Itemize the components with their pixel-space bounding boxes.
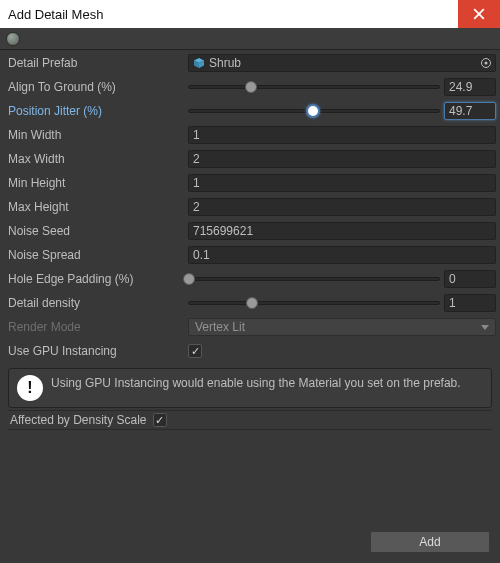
row-render-mode: Render Mode Vertex Lit <box>4 316 496 338</box>
label-position-jitter: Position Jitter (%) <box>4 104 188 118</box>
align-to-ground-slider[interactable] <box>188 78 440 96</box>
max-height-input[interactable]: 2 <box>188 198 496 216</box>
label-min-width: Min Width <box>4 128 188 142</box>
position-jitter-input[interactable]: 49.7 <box>444 102 496 120</box>
label-align-to-ground: Align To Ground (%) <box>4 80 188 94</box>
detail-density-slider[interactable] <box>188 294 440 312</box>
add-button[interactable]: Add <box>370 531 490 553</box>
label-render-mode: Render Mode <box>4 320 188 334</box>
hole-edge-padding-slider[interactable] <box>188 270 440 288</box>
chevron-down-icon <box>481 325 489 330</box>
max-width-input[interactable]: 2 <box>188 150 496 168</box>
row-min-height: Min Height 1 <box>4 172 496 194</box>
row-detail-prefab: Detail Prefab Shrub <box>4 52 496 74</box>
label-hole-edge-padding: Hole Edge Padding (%) <box>4 272 188 286</box>
detail-prefab-value: Shrub <box>209 56 241 70</box>
row-position-jitter: Position Jitter (%) 49.7 <box>4 100 496 122</box>
row-max-height: Max Height 2 <box>4 196 496 218</box>
min-width-input[interactable]: 1 <box>188 126 496 144</box>
title-bar: Add Detail Mesh <box>0 0 500 28</box>
row-noise-spread: Noise Spread 0.1 <box>4 244 496 266</box>
noise-spread-input[interactable]: 0.1 <box>188 246 496 264</box>
info-text: Using GPU Instancing would enable using … <box>51 375 461 391</box>
label-max-height: Max Height <box>4 200 188 214</box>
properties-panel: Detail Prefab Shrub Align To Ground (%) … <box>0 52 500 434</box>
row-hole-edge-padding: Hole Edge Padding (%) 0 <box>4 268 496 290</box>
align-to-ground-input[interactable]: 24.9 <box>444 78 496 96</box>
detail-density-input[interactable]: 1 <box>444 294 496 312</box>
material-preview-icon[interactable] <box>6 32 20 46</box>
use-gpu-instancing-checkbox[interactable] <box>188 344 202 358</box>
window-title: Add Detail Mesh <box>8 7 103 22</box>
label-use-gpu-instancing: Use GPU Instancing <box>4 344 188 358</box>
row-align-to-ground: Align To Ground (%) 24.9 <box>4 76 496 98</box>
info-box: ! Using GPU Instancing would enable usin… <box>8 368 492 408</box>
row-use-gpu-instancing: Use GPU Instancing <box>4 340 496 362</box>
prefab-cube-icon <box>193 57 205 69</box>
row-min-width: Min Width 1 <box>4 124 496 146</box>
detail-prefab-field[interactable]: Shrub <box>188 54 496 72</box>
info-icon: ! <box>17 375 43 401</box>
row-noise-seed: Noise Seed 715699621 <box>4 220 496 242</box>
row-detail-density: Detail density 1 <box>4 292 496 314</box>
min-height-input[interactable]: 1 <box>188 174 496 192</box>
label-max-width: Max Width <box>4 152 188 166</box>
render-mode-dropdown[interactable]: Vertex Lit <box>188 318 496 336</box>
label-affected-by-density: Affected by Density Scale <box>10 413 147 427</box>
row-affected-by-density: Affected by Density Scale <box>8 410 492 430</box>
object-picker-button[interactable] <box>479 56 493 70</box>
row-max-width: Max Width 2 <box>4 148 496 170</box>
label-noise-spread: Noise Spread <box>4 248 188 262</box>
render-mode-value: Vertex Lit <box>195 320 245 334</box>
preview-bar <box>0 28 500 50</box>
close-icon <box>473 8 485 20</box>
hole-edge-padding-input[interactable]: 0 <box>444 270 496 288</box>
label-detail-density: Detail density <box>4 296 188 310</box>
label-min-height: Min Height <box>4 176 188 190</box>
close-button[interactable] <box>458 0 500 28</box>
target-icon <box>480 57 492 69</box>
label-detail-prefab: Detail Prefab <box>4 56 188 70</box>
affected-by-density-checkbox[interactable] <box>153 413 167 427</box>
svg-point-1 <box>485 62 488 65</box>
label-noise-seed: Noise Seed <box>4 224 188 238</box>
noise-seed-input[interactable]: 715699621 <box>188 222 496 240</box>
position-jitter-slider[interactable] <box>188 102 440 120</box>
